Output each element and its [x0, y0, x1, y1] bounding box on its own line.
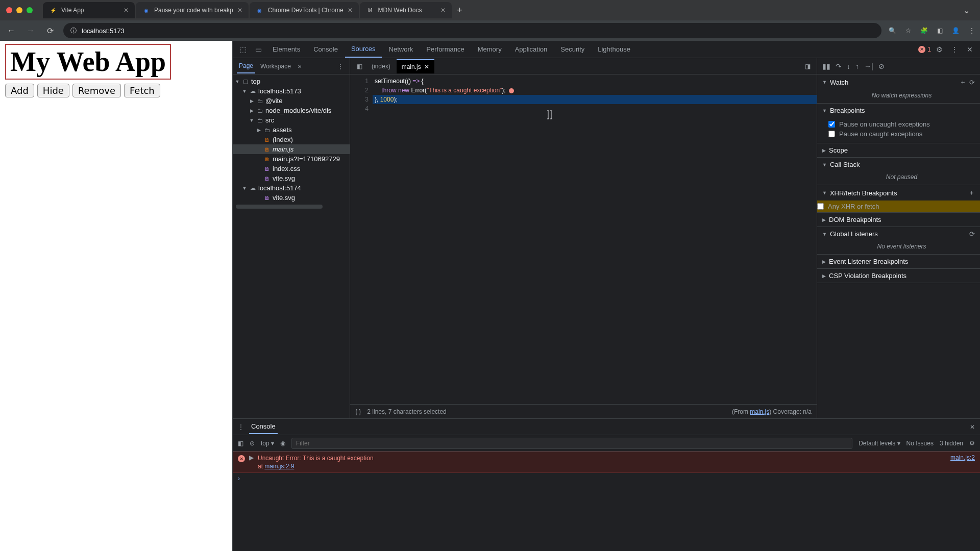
deactivate-breakpoints-icon[interactable]: ⊘	[878, 62, 885, 70]
expand-error-icon[interactable]: ▶	[249, 454, 254, 470]
refresh-watch-icon[interactable]: ⟳	[969, 79, 975, 86]
nav-tab-more-icon[interactable]: »	[296, 60, 304, 73]
drawer-menu-icon[interactable]: ⋮	[238, 423, 244, 431]
error-source-link[interactable]: main.js:2	[950, 454, 975, 470]
section-csp-breakpoints[interactable]: ▶CSP Violation Breakpoints	[817, 269, 980, 283]
more-icon[interactable]: ⋮	[947, 42, 962, 57]
clear-console-icon[interactable]: ⊘	[250, 440, 255, 447]
forward-button[interactable]: →	[24, 24, 37, 37]
address-bar[interactable]: ⓘ localhost:5173	[63, 23, 881, 38]
tree-folder[interactable]: ▶🗀node_modules/vite/dis	[233, 106, 350, 115]
pause-uncaught-checkbox[interactable]: Pause on uncaught exceptions	[828, 119, 975, 129]
toggle-debugger-icon[interactable]: ◨	[801, 63, 814, 70]
maximize-window-icon[interactable]	[27, 7, 33, 13]
nav-menu-icon[interactable]: ⋮	[335, 60, 346, 73]
fetch-button[interactable]: Fetch	[124, 84, 160, 97]
close-window-icon[interactable]	[6, 7, 12, 13]
editor-tab-index[interactable]: (index)	[366, 60, 396, 73]
extensions-icon[interactable]: 🧩	[920, 27, 928, 34]
tree-folder[interactable]: ▶🗀assets	[233, 125, 350, 135]
tree-file[interactable]: 🗎index.css	[233, 164, 350, 173]
console-prompt[interactable]: ›	[233, 473, 980, 484]
live-expression-icon[interactable]: ◉	[280, 440, 285, 447]
browser-tab[interactable]: ◉ Pause your code with breakp ✕	[136, 2, 249, 18]
hidden-count[interactable]: 3 hidden	[940, 440, 963, 447]
console-filter-input[interactable]	[291, 438, 852, 449]
toggle-navigator-icon[interactable]: ◧	[353, 63, 365, 70]
step-out-icon[interactable]: ↑	[855, 62, 859, 70]
tree-host[interactable]: ▼☁localhost:5174	[233, 183, 350, 193]
zoom-icon[interactable]: 🔍	[889, 27, 896, 34]
tree-host[interactable]: ▼☁localhost:5173	[233, 86, 350, 96]
error-counter[interactable]: ✕ 1	[918, 46, 931, 53]
line-gutter[interactable]: 1234	[350, 74, 373, 404]
step-into-icon[interactable]: ↓	[847, 62, 850, 70]
tree-scrollbar[interactable]	[236, 205, 323, 209]
close-tab-icon[interactable]: ✕	[424, 63, 429, 70]
console-sidebar-icon[interactable]: ◧	[238, 440, 243, 447]
nav-tab-workspace[interactable]: Workspace	[258, 60, 293, 73]
close-tab-icon[interactable]: ✕	[124, 7, 129, 14]
tree-file[interactable]: 🗎main.js?t=1710692729	[233, 154, 350, 164]
panel-network[interactable]: Network	[383, 41, 420, 57]
code-area[interactable]: 1234 setTimeout(() => { throw new Error(…	[350, 74, 817, 404]
browser-tab-active[interactable]: ⚡ Vite App ✕	[43, 2, 135, 18]
log-levels-select[interactable]: Default levels ▾	[859, 440, 900, 447]
tree-file[interactable]: 🗎(index)	[233, 135, 350, 144]
console-settings-icon[interactable]: ⚙	[969, 440, 975, 447]
add-watch-icon[interactable]: ＋	[960, 78, 966, 87]
section-global-listeners[interactable]: ▼Global Listeners⟳	[817, 227, 980, 241]
remove-button[interactable]: Remove	[72, 84, 121, 97]
tree-folder-src[interactable]: ▼🗀src	[233, 115, 350, 125]
minimize-window-icon[interactable]	[16, 7, 22, 13]
tree-folder[interactable]: ▶🗀@vite	[233, 96, 350, 106]
sidepanel-icon[interactable]: ◧	[937, 27, 943, 34]
back-button[interactable]: ←	[5, 24, 17, 37]
panel-performance[interactable]: Performance	[420, 41, 470, 57]
add-button[interactable]: Add	[5, 84, 34, 97]
source-link[interactable]: main.js	[750, 408, 769, 415]
drawer-tab-console[interactable]: Console	[249, 419, 278, 434]
editor-tab-mainjs[interactable]: main.js✕	[397, 59, 434, 73]
close-devtools-icon[interactable]: ✕	[963, 42, 977, 57]
section-watch[interactable]: ▼Watch＋⟳	[817, 74, 980, 90]
add-xhr-icon[interactable]: ＋	[968, 188, 975, 197]
tab-overflow-icon[interactable]: ⌄	[959, 4, 974, 17]
error-location-link[interactable]: main.js:2:9	[264, 463, 294, 470]
section-event-listener-breakpoints[interactable]: ▶Event Listener Breakpoints	[817, 255, 980, 268]
tree-file-mainjs[interactable]: 🗎main.js	[233, 144, 350, 154]
console-error-row[interactable]: ✕ ▶ Uncaught Error: This is a caught exc…	[233, 452, 980, 473]
breakpoint-indicator-icon[interactable]	[509, 88, 514, 93]
format-icon[interactable]: { }	[355, 408, 361, 415]
panel-lighthouse[interactable]: Lighthouse	[592, 41, 636, 57]
panel-elements[interactable]: Elements	[266, 41, 306, 57]
step-over-icon[interactable]: ↷	[836, 62, 842, 70]
section-dom-breakpoints[interactable]: ▶DOM Breakpoints	[817, 213, 980, 227]
hide-button[interactable]: Hide	[37, 84, 69, 97]
browser-tab[interactable]: ◉ Chrome DevTools | Chrome ✕	[250, 2, 359, 18]
tree-file[interactable]: 🗎vite.svg	[233, 173, 350, 183]
reload-button[interactable]: ⟳	[44, 24, 56, 37]
close-tab-icon[interactable]: ✕	[440, 7, 446, 14]
section-xhr-breakpoints[interactable]: ▼XHR/fetch Breakpoints＋	[817, 185, 980, 201]
settings-icon[interactable]: ⚙	[932, 42, 946, 57]
browser-tab[interactable]: M MDN Web Docs ✕	[360, 2, 452, 18]
panel-sources[interactable]: Sources	[345, 41, 382, 58]
panel-security[interactable]: Security	[554, 41, 591, 57]
step-icon[interactable]: →|	[864, 62, 873, 70]
panel-memory[interactable]: Memory	[472, 41, 508, 57]
tree-top[interactable]: ▼▢top	[233, 77, 350, 86]
panel-application[interactable]: Application	[509, 41, 554, 57]
device-toolbar-icon[interactable]: ▭	[251, 42, 265, 57]
close-drawer-icon[interactable]: ✕	[970, 423, 975, 431]
pause-caught-checkbox[interactable]: Pause on caught exceptions	[828, 129, 975, 139]
menu-icon[interactable]: ⋮	[969, 27, 975, 34]
any-xhr-checkbox[interactable]: Any XHR or fetch	[817, 201, 980, 212]
pause-icon[interactable]: ▮▮	[822, 62, 830, 70]
close-tab-icon[interactable]: ✕	[237, 7, 242, 14]
profile-icon[interactable]: 👤	[952, 27, 960, 34]
section-callstack[interactable]: ▼Call Stack	[817, 158, 980, 171]
section-breakpoints[interactable]: ▼Breakpoints	[817, 104, 980, 117]
site-info-icon[interactable]: ⓘ	[70, 27, 77, 35]
close-tab-icon[interactable]: ✕	[348, 7, 353, 14]
